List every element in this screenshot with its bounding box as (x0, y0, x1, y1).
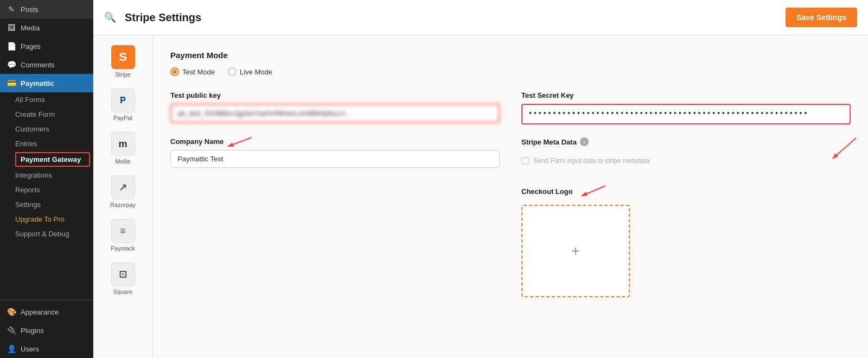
search-icon[interactable]: 🔍 (104, 11, 116, 23)
square-label: Square (113, 288, 132, 295)
payment-mode-row: Test Mode Live Mode (170, 67, 851, 76)
svg-line-1 (230, 137, 252, 146)
razorpay-icon: ↗ (111, 175, 135, 199)
company-name-arrow (225, 135, 257, 151)
sub-item-support[interactable]: Support & Debug (9, 227, 93, 241)
sidebar-item-posts[interactable]: ✎ Posts (0, 0, 93, 18)
mollie-label: Mollie (115, 158, 131, 165)
checkout-logo-upload[interactable]: + (521, 205, 630, 297)
paystack-label: Paystack (111, 245, 135, 252)
company-name-label: Company Name (170, 137, 500, 146)
sidebar-item-pages[interactable]: 📄 Pages (0, 37, 93, 55)
stripe-label: Stripe (115, 71, 131, 78)
test-public-key-input[interactable] (170, 104, 500, 123)
gateway-item-square[interactable]: ⊡ Square (99, 258, 148, 299)
test-secret-key-group: Test Secret Key ••••••••••••••••••••••••… (521, 91, 851, 124)
comments-icon: 💬 (7, 60, 16, 70)
stripe-icon: S (111, 45, 135, 69)
content-area: S Stripe P PayPal m Mollie ↗ Razorpay ≡ … (93, 35, 868, 358)
test-mode-label: Test Mode (182, 68, 215, 76)
svg-line-3 (834, 138, 856, 157)
sidebar-item-appearance[interactable]: 🎨 Appearance (0, 303, 93, 321)
stripe-meta-group: Stripe Meta Data i Send Form input data … (521, 137, 851, 297)
sub-item-upgrade[interactable]: Upgrade To Pro (9, 212, 93, 227)
test-mode-radio[interactable] (170, 67, 179, 76)
paystack-icon: ≡ (111, 219, 135, 243)
stripe-meta-checkbox-label: Send Form input data to stripe metadata (533, 157, 650, 165)
stripe-meta-arrow (824, 135, 867, 162)
users-icon: 👤 (7, 344, 16, 354)
sub-item-entries[interactable]: Entries (9, 136, 93, 151)
test-secret-key-input[interactable]: ••••••••••••••••••••••••••••••••••••••••… (521, 104, 851, 124)
info-icon[interactable]: i (580, 137, 589, 146)
stripe-meta-checkbox-row: Send Form input data to stripe metadata (521, 157, 851, 165)
checkout-logo-label: Checkout Logo (521, 183, 851, 199)
appearance-icon: 🎨 (7, 307, 16, 317)
sub-item-settings[interactable]: Settings (9, 197, 93, 212)
sidebar-item-plugins[interactable]: 🔌 Plugins (0, 321, 93, 340)
paypal-label: PayPal (113, 115, 132, 121)
test-public-key-group: Test public key (170, 91, 500, 124)
pages-icon: 📄 (7, 41, 16, 51)
company-name-group: Company Name (170, 137, 500, 297)
posts-icon: ✎ (7, 4, 16, 14)
sub-item-create-form[interactable]: Create Form (9, 107, 93, 122)
gateway-item-paypal[interactable]: P PayPal (99, 84, 148, 125)
main-wrapper: 🔍 Stripe Settings Save Settings S Stripe… (93, 0, 868, 358)
live-mode-label: Live Mode (240, 68, 272, 76)
stripe-meta-label: Stripe Meta Data (521, 138, 577, 146)
stripe-meta-label-row: Stripe Meta Data i (521, 137, 851, 146)
mollie-icon: m (111, 132, 135, 156)
test-public-key-label: Test public key (170, 91, 500, 99)
sidebar-item-media[interactable]: 🖼 Media (0, 18, 93, 37)
gateway-item-paystack[interactable]: ≡ Paystack (99, 215, 148, 256)
sub-item-reports[interactable]: Reports (9, 183, 93, 197)
save-settings-button[interactable]: Save Settings (786, 8, 857, 27)
gateway-item-stripe[interactable]: S Stripe (99, 41, 148, 82)
page-title: Stripe Settings (125, 11, 201, 24)
test-secret-key-label: Test Secret Key (521, 91, 851, 99)
test-mode-option[interactable]: Test Mode (170, 67, 215, 76)
sub-item-integrations[interactable]: Integrations (9, 168, 93, 183)
paypal-icon: P (111, 89, 135, 112)
square-icon: ⊡ (111, 262, 135, 286)
svg-line-5 (584, 186, 605, 195)
sidebar-item-paymattic[interactable]: 💳 Paymattic (0, 74, 93, 92)
paymattic-icon: 💳 (7, 78, 16, 88)
plus-icon: + (571, 242, 580, 260)
sidebar-item-users[interactable]: 👤 Users (0, 340, 93, 358)
plugins-icon: 🔌 (7, 325, 16, 335)
razorpay-label: Razorpay (110, 202, 136, 208)
fields-grid: Test public key Test Secret Key ••••••••… (170, 91, 851, 297)
sub-item-customers[interactable]: Customers (9, 122, 93, 136)
sub-item-payment-gateway[interactable]: Payment Gateway (15, 152, 90, 167)
gateway-item-mollie[interactable]: m Mollie (99, 128, 148, 169)
top-bar: 🔍 Stripe Settings Save Settings (93, 0, 868, 35)
paymattic-submenu: All Forms Create Form Customers Entries … (0, 92, 93, 241)
checkout-logo-section: Checkout Logo + (521, 183, 851, 297)
live-mode-option[interactable]: Live Mode (228, 67, 272, 76)
checkout-logo-arrow (578, 183, 611, 199)
stripe-meta-checkbox[interactable] (521, 157, 529, 165)
gateway-list: S Stripe P PayPal m Mollie ↗ Razorpay ≡ … (93, 35, 153, 358)
payment-mode-title: Payment Mode (170, 51, 851, 60)
gateway-item-razorpay[interactable]: ↗ Razorpay (99, 171, 148, 212)
sidebar: ✎ Posts 🖼 Media 📄 Pages 💬 Comments 💳 Pay… (0, 0, 93, 358)
media-icon: 🖼 (7, 23, 16, 33)
sub-item-all-forms[interactable]: All Forms (9, 92, 93, 107)
live-mode-radio[interactable] (228, 67, 237, 76)
sidebar-item-comments[interactable]: 💬 Comments (0, 55, 93, 74)
settings-panel: Payment Mode Test Mode Live Mode Test pu… (153, 35, 868, 358)
company-name-input[interactable] (170, 150, 500, 168)
